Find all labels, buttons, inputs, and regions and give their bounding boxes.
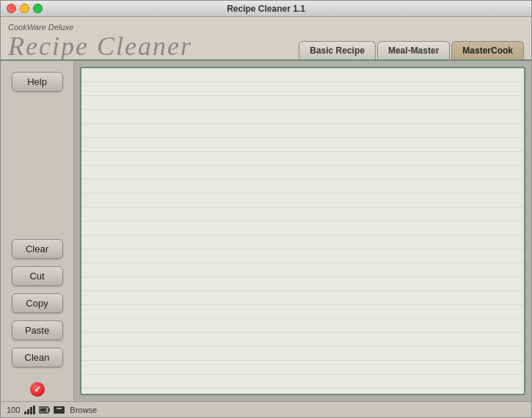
window-controls xyxy=(7,4,43,13)
svg-rect-2 xyxy=(30,407,32,414)
app-window: Recipe Cleaner 1.1 CookWare Deluxe Recip… xyxy=(0,0,532,418)
title-bar-text: Recipe Cleaner 1.1 xyxy=(227,4,305,14)
maximize-button[interactable] xyxy=(33,4,43,13)
title-bar: Recipe Cleaner 1.1 xyxy=(1,1,531,17)
status-bar: 100 Browse xyxy=(1,401,531,417)
status-number: 100 xyxy=(7,406,20,414)
cut-button[interactable]: Cut xyxy=(12,266,63,286)
svg-rect-3 xyxy=(33,406,35,414)
svg-rect-0 xyxy=(24,411,26,414)
copy-button[interactable]: Copy xyxy=(12,293,63,313)
text-area-container xyxy=(74,61,531,401)
app-title: Recipe Cleaner xyxy=(8,33,192,59)
cookware-label: CookWare Deluxe xyxy=(8,23,192,32)
tab-mastercook[interactable]: MasterCook xyxy=(451,41,524,59)
svg-rect-6 xyxy=(40,408,47,411)
tabs-container: Basic Recipe Meal-Master MasterCook xyxy=(299,41,524,59)
app-branding: CookWare Deluxe Recipe Cleaner xyxy=(8,23,192,59)
svg-rect-1 xyxy=(27,409,29,414)
clear-button[interactable]: Clear xyxy=(12,239,63,259)
minimize-button[interactable] xyxy=(20,4,29,13)
signal-icon xyxy=(24,406,36,414)
help-button[interactable]: Help xyxy=(12,72,63,92)
paste-button[interactable]: Paste xyxy=(12,320,63,340)
battery-icon xyxy=(39,406,51,414)
status-icons xyxy=(24,406,65,414)
close-button[interactable] xyxy=(7,4,16,13)
tab-basic-recipe[interactable]: Basic Recipe xyxy=(299,41,376,59)
sidebar: Help Clear Cut Copy Paste Clean ✓ xyxy=(1,61,74,401)
svg-rect-5 xyxy=(48,408,50,411)
svg-rect-8 xyxy=(57,408,62,409)
status-check-icon: ✓ xyxy=(30,382,45,397)
svg-rect-7 xyxy=(54,406,65,414)
header: CookWare Deluxe Recipe Cleaner Basic Rec… xyxy=(1,17,531,59)
browse-label[interactable]: Browse xyxy=(70,406,97,414)
clean-button[interactable]: Clean xyxy=(12,348,63,367)
tab-meal-master[interactable]: Meal-Master xyxy=(377,41,450,59)
disk-icon xyxy=(54,406,65,414)
content-area: Help Clear Cut Copy Paste Clean ✓ xyxy=(1,59,531,401)
recipe-textarea[interactable] xyxy=(80,67,525,395)
